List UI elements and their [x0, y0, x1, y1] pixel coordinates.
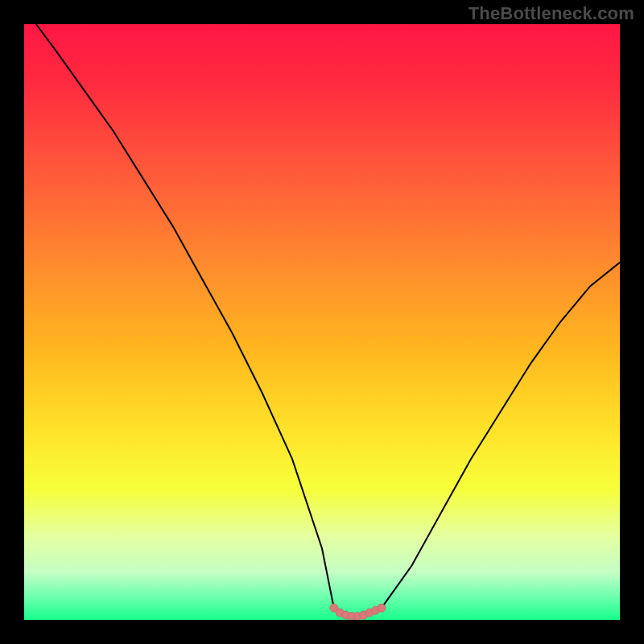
bottleneck-curve [24, 24, 620, 620]
plot-area [24, 24, 620, 620]
curve-line [36, 24, 620, 617]
chart-frame: TheBottleneck.com [0, 0, 644, 644]
plateau-markers [330, 604, 386, 620]
plateau-dot [378, 604, 386, 612]
curve-path [36, 24, 620, 617]
watermark-text: TheBottleneck.com [469, 3, 634, 24]
